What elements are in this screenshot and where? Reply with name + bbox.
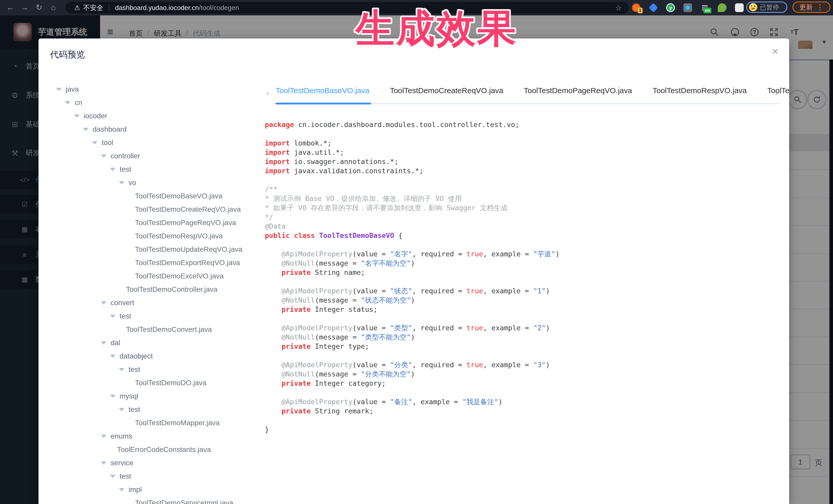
tree-folder[interactable]: tool [92,137,113,148]
tree-folder[interactable]: test [119,364,140,375]
tree-file[interactable]: ToolTestDemoRespVO.java [135,231,223,242]
annotation-text: 生成效果 [355,3,518,55]
address-bar[interactable]: ⚠ 不安全 dashboard.yudao.iocoder.cn /tool/c… [66,2,629,14]
tab-toolte[interactable]: ToolTe [767,86,789,95]
tab-tooltestdemobasevo-java[interactable]: ToolTestDemoBaseVO.java [276,86,369,95]
tree-folder[interactable]: test [110,471,131,482]
sprout-extension-icon[interactable] [718,3,727,12]
tree-expand-caret-icon[interactable] [56,88,62,91]
tree-folder[interactable]: iocoder [74,110,107,122]
tree-expand-caret-icon[interactable] [119,488,124,491]
tree-expand-caret-icon[interactable] [65,101,71,104]
tree-file[interactable]: ToolTestDemoCreateReqVO.java [135,204,241,215]
tree-file[interactable]: ToolTestDemoBaseVO.java [135,190,222,202]
tree-folder[interactable]: test [119,404,140,415]
tab-tooltestdemorespvo-java[interactable]: ToolTestDemoRespVO.java [652,86,747,95]
tree-node-label: ToolTestDemoConvert.java [126,326,212,334]
tree-folder[interactable]: vo [119,177,136,188]
code-line: import java.util.*; [265,148,560,157]
tree-folder[interactable]: enums [101,431,132,442]
tab-tooltestdemocreatereqvo-java[interactable]: ToolTestDemoCreateReqVO.java [390,86,503,95]
tree-file[interactable]: ToolTestDemoConvert.java [126,324,212,335]
tree-folder[interactable]: service [101,457,134,469]
tree-folder[interactable]: convert [101,297,134,309]
code-line: private Integer status; [265,305,560,314]
tabs-scroll-left-icon[interactable]: ‹ [266,88,269,98]
puzzle-extension-icon[interactable] [735,3,744,12]
tree-file[interactable]: ToolTestDemoUpdateReqVO.java [135,244,242,255]
tree-expand-caret-icon[interactable] [119,408,124,411]
tree-expand-caret-icon[interactable] [74,115,79,118]
code-line: */ [265,213,560,222]
tree-folder[interactable]: cn [65,97,82,108]
tree-expand-caret-icon[interactable] [119,181,124,185]
code-line [265,129,560,139]
code-line: @ApiModelProperty(value = "备注", example … [265,397,560,407]
code-line: @ApiModelProperty(value = "名字", required… [265,249,560,259]
tree-node-label: ToolTestDemoBaseVO.java [135,192,222,200]
url-host: dashboard.yudao.iocoder.cn [115,4,199,12]
profile-paused-chip[interactable]: 已暂停 [746,2,787,13]
tab-tooltestdemopagereqvo-java[interactable]: ToolTestDemoPageReqVO.java [524,86,632,95]
home-icon[interactable]: ⌂ [46,0,61,16]
close-icon[interactable]: × [772,46,779,57]
code-line: import lombok.*; [265,139,560,148]
tree-expand-caret-icon[interactable] [110,168,116,171]
tree-file[interactable]: ToolErrorCodeConstants.java [117,444,211,455]
green-y-extension-icon[interactable]: y [666,3,675,12]
gem-extension-icon[interactable] [649,3,658,13]
tree-expand-caret-icon[interactable] [101,154,106,158]
back-icon[interactable]: ← [3,0,18,16]
bookmark-star-icon[interactable]: ☆ [615,3,622,12]
tree-expand-caret-icon[interactable] [110,475,116,478]
grid-extension-icon[interactable] [683,3,692,12]
tree-expand-caret-icon[interactable] [110,395,116,398]
tree-folder[interactable]: test [110,311,131,322]
tree-file[interactable]: ToolTestDemoController.java [126,284,217,295]
tree-folder[interactable]: controller [101,150,140,162]
tree-node-label: dataobject [120,352,153,360]
tree-folder[interactable]: dashboard [83,124,126,135]
tree-file[interactable]: ToolTestDemoDO.java [135,377,207,388]
code-line: @NotNull(message = "类型不能为空") [265,333,560,342]
tree-file[interactable]: ToolTestDemoMapper.java [135,417,220,429]
tree-expand-caret-icon[interactable] [101,435,106,438]
update-label: 更新 [800,3,813,12]
tree-expand-caret-icon[interactable] [83,128,89,131]
tree-expand-caret-icon[interactable] [101,341,106,345]
reload-icon[interactable]: ↻ [32,0,46,16]
security-label[interactable]: 不安全 [83,3,103,12]
tree-file[interactable]: ToolTestDemoPageReqVO.java [135,217,236,229]
tree-node-label: controller [111,152,140,160]
update-button[interactable]: 更新 ⋮ [792,2,830,13]
tree-expand-caret-icon[interactable] [119,368,124,371]
tree-folder[interactable]: dataobject [110,351,153,362]
forward-icon[interactable]: → [18,0,32,16]
tree-expand-caret-icon[interactable] [101,301,106,305]
tree-folder[interactable]: mysql [110,390,138,402]
emoji-face-icon [749,3,757,11]
tree-folder[interactable]: java [56,83,79,95]
tree-node-label: enums [111,432,132,440]
tree-file[interactable]: ToolTestDemoExportReqVO.java [135,257,240,268]
code-viewer: package cn.iocoder.dashboard.modules.too… [265,120,560,434]
tree-expand-caret-icon[interactable] [101,461,106,465]
code-line [265,388,560,397]
tree-node-label: ToolTestDemoPageReqVO.java [135,219,236,227]
tree-expand-caret-icon[interactable] [110,355,116,358]
file-tabs: ToolTestDemoBaseVO.javaToolTestDemoCreat… [276,86,789,95]
tree-file[interactable]: ToolTestDemoExcelVO.java [135,270,223,282]
tree-node-label: ToolTestDemoUpdateReqVO.java [135,245,242,254]
kebab-menu-icon[interactable]: ⋮ [816,3,824,11]
tree-folder[interactable]: dal [101,337,120,349]
tree-expand-caret-icon[interactable] [92,141,97,144]
ubuntu-extension-icon[interactable]: 1 [632,3,641,12]
tree-folder[interactable]: test [110,164,131,175]
extension-badge: on [704,8,711,13]
tree-file[interactable]: ToolTestDemoServiceImpl.java [135,497,233,504]
tree-node-label: ToolTestDemoController.java [126,285,217,293]
tree-folder[interactable]: impl [119,484,142,495]
list-on-extension-icon[interactable]: on [700,3,709,12]
code-line: private Integer category; [265,379,560,388]
tree-expand-caret-icon[interactable] [110,315,116,318]
